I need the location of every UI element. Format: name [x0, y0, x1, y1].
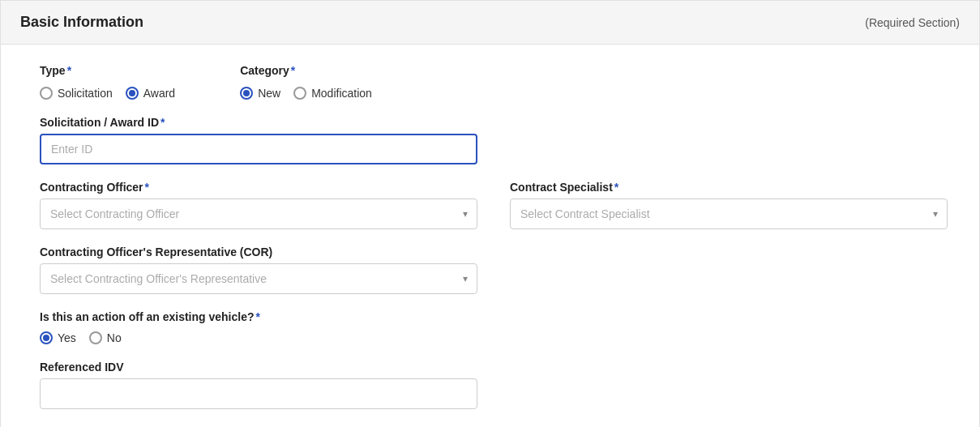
- category-radio-group: New Modification: [240, 87, 372, 100]
- contract-specialist-label: Contract Specialist*: [510, 181, 948, 194]
- existing-vehicle-no-label: No: [107, 331, 122, 344]
- cor-group: Contracting Officer's Representative (CO…: [40, 246, 940, 294]
- contracting-officer-label: Contracting Officer*: [40, 181, 477, 194]
- type-group: Type* Solicitation Award: [40, 64, 175, 100]
- existing-vehicle-group: Is this an action off an existing vehicl…: [40, 310, 940, 344]
- required-section-label: (Required Section): [865, 16, 960, 29]
- contract-specialist-group: Contract Specialist* Select Contract Spe…: [510, 181, 948, 229]
- category-new-option[interactable]: New: [240, 87, 280, 100]
- cor-select-wrapper: Select Contracting Officer's Representat…: [40, 263, 477, 294]
- category-new-label: New: [258, 87, 280, 100]
- form-body: Type* Solicitation Award Category*: [1, 45, 979, 427]
- existing-vehicle-yes-label: Yes: [58, 331, 76, 344]
- referenced-idv-input[interactable]: [40, 378, 477, 409]
- type-radio-group: Solicitation Award: [40, 87, 175, 100]
- contract-specialist-select[interactable]: Select Contract Specialist: [510, 199, 948, 229]
- type-solicitation-label: Solicitation: [58, 87, 113, 100]
- type-award-radio[interactable]: [126, 87, 139, 100]
- type-award-label: Award: [143, 87, 175, 100]
- section-header: Basic Information (Required Section): [1, 1, 979, 45]
- cor-select[interactable]: Select Contracting Officer's Representat…: [40, 263, 477, 294]
- referenced-idv-label: Referenced IDV: [40, 361, 940, 374]
- solicitation-award-id-group: Solicitation / Award ID*: [40, 116, 940, 164]
- cor-label: Contracting Officer's Representative (CO…: [40, 246, 940, 258]
- existing-vehicle-label: Is this an action off an existing vehicl…: [40, 310, 940, 323]
- contracting-officer-select-wrapper: Select Contracting Officer: [40, 199, 477, 229]
- category-label: Category*: [240, 64, 372, 77]
- solicitation-award-id-input[interactable]: [40, 134, 477, 164]
- contracting-officer-select[interactable]: Select Contracting Officer: [40, 199, 477, 229]
- category-modification-option[interactable]: Modification: [293, 87, 372, 100]
- existing-vehicle-radio-group: Yes No: [40, 331, 940, 344]
- category-modification-label: Modification: [311, 87, 372, 100]
- solicitation-award-id-label: Solicitation / Award ID*: [40, 116, 940, 129]
- section-title: Basic Information: [20, 14, 143, 31]
- contracting-officer-group: Contracting Officer* Select Contracting …: [40, 181, 477, 229]
- officer-specialist-row: Contracting Officer* Select Contracting …: [40, 181, 940, 229]
- existing-vehicle-no-radio[interactable]: [89, 331, 102, 344]
- type-solicitation-radio[interactable]: [40, 87, 53, 100]
- contract-specialist-select-wrapper: Select Contract Specialist: [510, 199, 948, 229]
- category-group: Category* New Modification: [240, 64, 372, 100]
- type-category-row: Type* Solicitation Award Category*: [40, 64, 940, 100]
- type-solicitation-option[interactable]: Solicitation: [40, 87, 113, 100]
- category-modification-radio[interactable]: [293, 87, 306, 100]
- type-award-option[interactable]: Award: [126, 87, 175, 100]
- category-new-radio[interactable]: [240, 87, 253, 100]
- referenced-idv-group: Referenced IDV: [40, 361, 940, 409]
- existing-vehicle-yes-option[interactable]: Yes: [40, 331, 76, 344]
- existing-vehicle-yes-radio[interactable]: [40, 331, 53, 344]
- type-label: Type*: [40, 64, 175, 77]
- existing-vehicle-no-option[interactable]: No: [89, 331, 122, 344]
- page-container: Basic Information (Required Section) Typ…: [0, 0, 980, 427]
